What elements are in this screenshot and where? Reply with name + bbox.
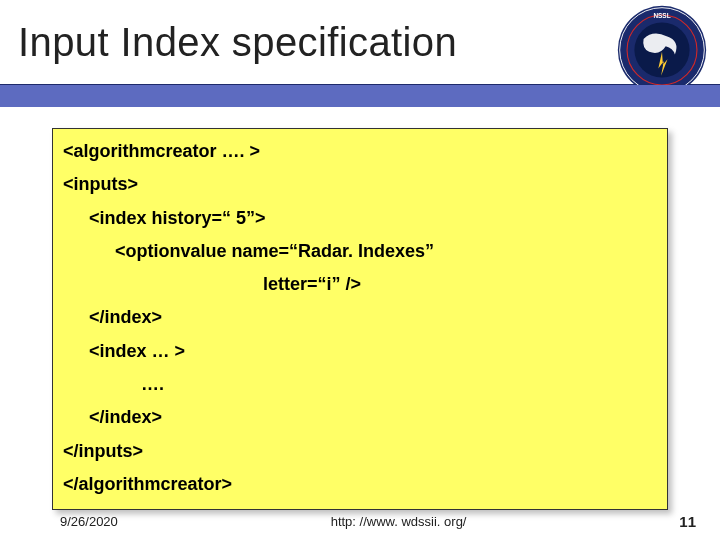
code-line: <algorithmcreator …. > <box>63 135 657 168</box>
slide-footer: 9/26/2020 http: //www. wdssii. org/ 11 <box>0 513 720 530</box>
code-line: <optionvalue name=“Radar. Indexes” <box>63 235 657 268</box>
footer-url: http: //www. wdssii. org/ <box>118 514 679 529</box>
code-line: letter=“i” /> <box>63 268 657 301</box>
code-line: <index history=“ 5”> <box>63 202 657 235</box>
code-block: <algorithmcreator …. > <inputs> <index h… <box>52 128 668 510</box>
slide-title: Input Index specification <box>0 20 457 65</box>
code-line: </index> <box>63 401 657 434</box>
code-line: …. <box>63 368 657 401</box>
nssl-logo: NSSL <box>616 4 708 96</box>
code-line: <index … > <box>63 335 657 368</box>
page-number: 11 <box>679 513 696 530</box>
slide-header: Input Index specification NSSL <box>0 0 720 90</box>
code-line: <inputs> <box>63 168 657 201</box>
footer-date: 9/26/2020 <box>24 514 118 529</box>
svg-text:NSSL: NSSL <box>653 12 670 19</box>
code-line: </inputs> <box>63 435 657 468</box>
code-line: </index> <box>63 301 657 334</box>
slide: Input Index specification NSSL <algorith… <box>0 0 720 540</box>
code-line: </algorithmcreator> <box>63 468 657 501</box>
